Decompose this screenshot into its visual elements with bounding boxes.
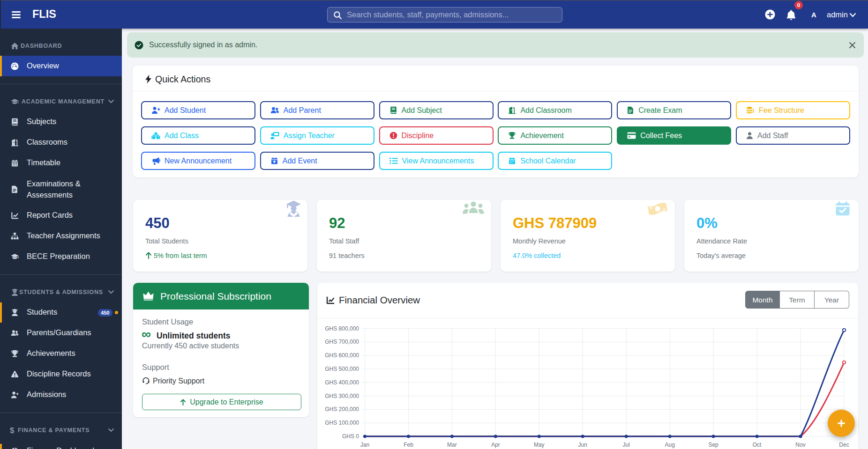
svg-text:Jul: Jul <box>623 442 630 448</box>
svg-text:GHS 300,000: GHS 300,000 <box>325 393 359 399</box>
svg-text:GHS 400,000: GHS 400,000 <box>325 379 359 386</box>
svg-text:Mar: Mar <box>447 442 457 448</box>
svg-text:GHS 100,000: GHS 100,000 <box>325 420 359 426</box>
svg-text:GHS 700,000: GHS 700,000 <box>325 339 359 345</box>
svg-text:GHS 800,000: GHS 800,000 <box>325 325 359 332</box>
svg-text:Oct: Oct <box>753 442 762 448</box>
svg-text:GHS 200,000: GHS 200,000 <box>325 406 359 412</box>
svg-text:Nov: Nov <box>795 442 805 448</box>
svg-text:Jan: Jan <box>360 442 369 448</box>
svg-text:Feb: Feb <box>404 442 413 448</box>
svg-text:Jun: Jun <box>578 442 587 448</box>
svg-text:Sep: Sep <box>708 442 718 448</box>
svg-text:Aug: Aug <box>665 442 675 448</box>
svg-text:GHS 500,000: GHS 500,000 <box>325 366 359 372</box>
svg-text:Apr: Apr <box>491 442 500 448</box>
svg-text:GHS 600,000: GHS 600,000 <box>325 352 359 359</box>
svg-text:GHS 0: GHS 0 <box>342 433 359 440</box>
svg-text:Dec: Dec <box>839 442 849 448</box>
svg-text:May: May <box>534 442 545 448</box>
